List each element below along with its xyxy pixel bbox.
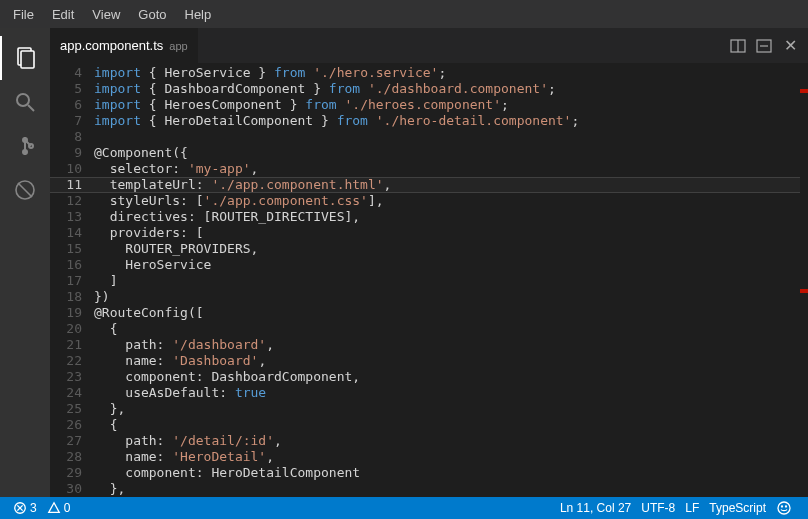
code-line[interactable]: templateUrl: './app.component.html', (94, 177, 800, 193)
line-number: 16 (50, 257, 82, 273)
code-line[interactable]: name: 'HeroDetail', (94, 449, 800, 465)
svg-point-17 (782, 506, 783, 507)
split-editor-icon[interactable] (730, 38, 746, 54)
tab-filename: app.component.ts (60, 38, 163, 53)
code-line[interactable] (94, 129, 800, 145)
tab-actions: ✕ (720, 38, 808, 54)
line-number: 13 (50, 209, 82, 225)
editor-tab[interactable]: app.component.ts app (50, 28, 199, 63)
line-number: 4 (50, 65, 82, 81)
code-line[interactable]: path: '/detail/:id', (94, 433, 800, 449)
code-line[interactable]: }, (94, 401, 800, 417)
line-number: 15 (50, 241, 82, 257)
line-number: 12 (50, 193, 82, 209)
code-line[interactable]: component: HeroDetailComponent (94, 465, 800, 481)
code-line[interactable]: selector: 'my-app', (94, 161, 800, 177)
line-number: 26 (50, 417, 82, 433)
code-line[interactable]: import { HeroDetailComponent } from './h… (94, 113, 800, 129)
line-number: 23 (50, 369, 82, 385)
overview-ruler[interactable] (800, 63, 808, 497)
code-line[interactable]: name: 'Dashboard', (94, 353, 800, 369)
tab-bar: app.component.ts app ✕ (50, 28, 808, 63)
status-encoding[interactable]: UTF-8 (636, 497, 680, 519)
menu-help[interactable]: Help (176, 3, 221, 26)
line-number: 20 (50, 321, 82, 337)
code-line[interactable]: providers: [ (94, 225, 800, 241)
search-icon[interactable] (0, 80, 50, 124)
code-line[interactable]: directives: [ROUTER_DIRECTIVES], (94, 209, 800, 225)
svg-point-2 (17, 94, 29, 106)
line-number: 5 (50, 81, 82, 97)
status-warnings-count: 0 (64, 501, 71, 515)
code-content[interactable]: import { HeroService } from './hero.serv… (94, 63, 800, 497)
code-line[interactable]: useAsDefault: true (94, 385, 800, 401)
code-line[interactable]: import { DashboardComponent } from './da… (94, 81, 800, 97)
code-line[interactable]: styleUrls: ['./app.component.css'], (94, 193, 800, 209)
code-line[interactable]: }, (94, 481, 800, 497)
code-line[interactable]: { (94, 417, 800, 433)
line-number: 19 (50, 305, 82, 321)
line-number: 18 (50, 289, 82, 305)
feedback-icon[interactable] (771, 497, 800, 519)
menu-bar: File Edit View Goto Help (0, 0, 808, 28)
line-number: 8 (50, 129, 82, 145)
line-number: 22 (50, 353, 82, 369)
status-cursor-position[interactable]: Ln 11, Col 27 (555, 497, 636, 519)
code-line[interactable]: import { HeroService } from './hero.serv… (94, 65, 800, 81)
line-number: 14 (50, 225, 82, 241)
line-number: 17 (50, 273, 82, 289)
close-icon[interactable]: ✕ (782, 38, 798, 54)
line-number: 21 (50, 337, 82, 353)
line-number: 29 (50, 465, 82, 481)
menu-goto[interactable]: Goto (129, 3, 175, 26)
line-number: 28 (50, 449, 82, 465)
line-number: 24 (50, 385, 82, 401)
svg-point-16 (778, 502, 790, 514)
line-number: 30 (50, 481, 82, 497)
status-bar: 3 0 Ln 11, Col 27 UTF-8 LF TypeScript (0, 497, 808, 519)
line-number: 6 (50, 97, 82, 113)
code-line[interactable]: @RouteConfig([ (94, 305, 800, 321)
line-number: 10 (50, 161, 82, 177)
code-line[interactable]: @Component({ (94, 145, 800, 161)
code-line[interactable]: ROUTER_PROVIDERS, (94, 241, 800, 257)
svg-line-8 (18, 183, 32, 197)
code-line[interactable]: ] (94, 273, 800, 289)
code-line[interactable]: path: '/dashboard', (94, 337, 800, 353)
line-number: 7 (50, 113, 82, 129)
status-warnings[interactable]: 0 (42, 497, 76, 519)
svg-point-18 (786, 506, 787, 507)
activity-bar (0, 28, 50, 497)
menu-file[interactable]: File (4, 3, 43, 26)
menu-view[interactable]: View (83, 3, 129, 26)
status-errors-count: 3 (30, 501, 37, 515)
git-icon[interactable] (0, 124, 50, 168)
tab-description: app (169, 40, 187, 52)
svg-line-3 (28, 105, 34, 111)
line-number: 27 (50, 433, 82, 449)
status-errors[interactable]: 3 (8, 497, 42, 519)
debug-icon[interactable] (0, 168, 50, 212)
status-language[interactable]: TypeScript (704, 497, 771, 519)
line-number-gutter: 4567891011121314151617181920212223242526… (50, 63, 94, 497)
explorer-icon[interactable] (0, 36, 50, 80)
code-line[interactable]: component: DashboardComponent, (94, 369, 800, 385)
more-actions-icon[interactable] (756, 38, 772, 54)
line-number: 25 (50, 401, 82, 417)
svg-rect-1 (21, 51, 34, 68)
code-line[interactable]: HeroService (94, 257, 800, 273)
status-eol[interactable]: LF (680, 497, 704, 519)
code-line[interactable]: import { HeroesComponent } from './heroe… (94, 97, 800, 113)
editor[interactable]: 4567891011121314151617181920212223242526… (50, 63, 808, 497)
code-line[interactable]: }) (94, 289, 800, 305)
line-number: 9 (50, 145, 82, 161)
code-line[interactable]: { (94, 321, 800, 337)
menu-edit[interactable]: Edit (43, 3, 83, 26)
